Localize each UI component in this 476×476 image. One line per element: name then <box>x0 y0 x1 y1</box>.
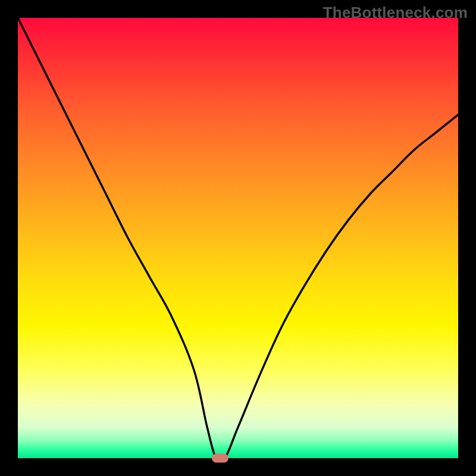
optimum-marker <box>212 454 228 463</box>
plot-area <box>18 18 458 458</box>
bottleneck-curve <box>18 18 458 458</box>
chart-frame: TheBottleneck.com <box>0 0 476 476</box>
watermark-text: TheBottleneck.com <box>323 4 468 22</box>
